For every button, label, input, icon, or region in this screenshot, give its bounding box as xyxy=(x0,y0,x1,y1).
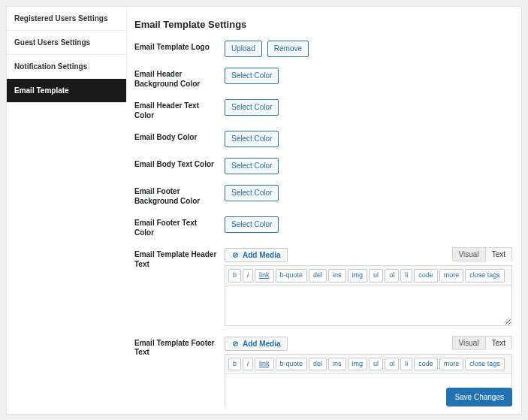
row-header-text-color: Email Header Text Color Select Color xyxy=(134,99,512,120)
row-footer-bg-color: Email Footer Background Color Select Col… xyxy=(134,185,512,206)
settings-content: Email Template Settings Email Template L… xyxy=(134,19,512,406)
tab-text-footer[interactable]: Text xyxy=(485,336,512,350)
qt-code[interactable]: code xyxy=(414,269,438,283)
row-email-template-logo: Email Template Logo Upload Remove xyxy=(134,41,512,57)
editor-textarea-header[interactable] xyxy=(225,286,511,325)
qt-ins[interactable]: ins xyxy=(328,269,346,283)
qt-li[interactable]: li xyxy=(400,269,412,283)
select-color-header-bg[interactable]: Select Color xyxy=(225,68,279,84)
sidebar-item-email-template[interactable]: Email Template xyxy=(7,79,126,103)
label-template-header-text: Email Template Header Text xyxy=(134,248,225,269)
row-footer-text-color: Email Footer Text Color Select Color xyxy=(134,216,512,237)
row-body-color: Email Body Color Select Color xyxy=(134,131,512,147)
upload-button[interactable]: Upload xyxy=(225,41,262,57)
qt-close[interactable]: close tags xyxy=(465,358,505,371)
tab-visual-footer[interactable]: Visual xyxy=(452,336,486,350)
select-color-footer-text[interactable]: Select Color xyxy=(225,216,279,233)
select-color-footer-bg[interactable]: Select Color xyxy=(225,185,279,201)
label-email-template-logo: Email Template Logo xyxy=(134,41,225,53)
qt-ol[interactable]: ol xyxy=(385,269,399,283)
row-header-bg-color: Email Header Background Color Select Col… xyxy=(134,68,512,89)
editor-toolbar-footer: b i link b-quote del ins img ul ol li co… xyxy=(225,355,511,375)
qt-bquote[interactable]: b-quote xyxy=(276,358,308,371)
qt-b[interactable]: b xyxy=(228,269,241,283)
row-template-header-text: Email Template Header Text Add Media Vis… xyxy=(134,248,512,326)
label-template-footer-text: Email Template Footer Text xyxy=(134,337,225,358)
sidebar-item-guest-users[interactable]: Guest Users Settings xyxy=(7,31,126,55)
qt-del[interactable]: del xyxy=(309,358,327,371)
save-changes-button[interactable]: Save Changes xyxy=(446,388,512,406)
add-media-label: Add Media xyxy=(243,340,281,348)
label-footer-text-color: Email Footer Text Color xyxy=(134,216,225,237)
qt-more[interactable]: more xyxy=(439,358,464,371)
editor-header: b i link b-quote del ins img ul ol li co… xyxy=(225,265,512,326)
select-color-body[interactable]: Select Color xyxy=(225,131,279,147)
add-media-button-footer[interactable]: Add Media xyxy=(225,337,288,351)
qt-bquote[interactable]: b-quote xyxy=(276,269,308,283)
label-body-text-color: Email Body Text Color xyxy=(134,158,225,170)
editor-tabs-footer: Visual Text xyxy=(453,336,512,350)
sidebar-item-notification[interactable]: Notification Settings xyxy=(7,55,126,79)
qt-img[interactable]: img xyxy=(348,269,368,283)
qt-ol[interactable]: ol xyxy=(385,358,399,371)
qt-close[interactable]: close tags xyxy=(465,269,505,283)
qt-li[interactable]: li xyxy=(400,358,412,371)
select-color-header-text[interactable]: Select Color xyxy=(225,99,279,116)
label-footer-bg-color: Email Footer Background Color xyxy=(134,185,225,206)
qt-i[interactable]: i xyxy=(243,358,253,371)
media-icon xyxy=(231,340,240,348)
settings-sidebar: Registered Users Settings Guest Users Se… xyxy=(7,7,127,103)
qt-code[interactable]: code xyxy=(414,358,438,371)
qt-b[interactable]: b xyxy=(228,358,241,371)
label-header-bg-color: Email Header Background Color xyxy=(134,68,225,89)
label-header-text-color: Email Header Text Color xyxy=(134,99,225,120)
qt-del[interactable]: del xyxy=(309,269,327,283)
add-media-button-header[interactable]: Add Media xyxy=(225,248,288,262)
page-title: Email Template Settings xyxy=(134,19,512,30)
qt-img[interactable]: img xyxy=(348,358,368,371)
settings-panel: Registered Users Settings Guest Users Se… xyxy=(6,6,522,415)
media-icon xyxy=(231,251,240,259)
select-color-body-text[interactable]: Select Color xyxy=(225,158,279,174)
add-media-label: Add Media xyxy=(243,251,281,259)
qt-ul[interactable]: ul xyxy=(369,269,383,283)
sidebar-item-registered-users[interactable]: Registered Users Settings xyxy=(7,7,126,31)
qt-more[interactable]: more xyxy=(439,269,464,283)
remove-button[interactable]: Remove xyxy=(267,41,309,57)
editor-toolbar-header: b i link b-quote del ins img ul ol li co… xyxy=(225,266,511,286)
qt-link[interactable]: link xyxy=(255,358,274,371)
tab-visual-header[interactable]: Visual xyxy=(452,247,486,261)
row-body-text-color: Email Body Text Color Select Color xyxy=(134,158,512,174)
qt-ul[interactable]: ul xyxy=(369,358,383,371)
qt-i[interactable]: i xyxy=(243,269,253,283)
qt-ins[interactable]: ins xyxy=(328,358,346,371)
label-body-color: Email Body Color xyxy=(134,131,225,143)
tab-text-header[interactable]: Text xyxy=(485,247,512,261)
editor-tabs-header: Visual Text xyxy=(453,247,512,261)
qt-link[interactable]: link xyxy=(255,269,274,283)
